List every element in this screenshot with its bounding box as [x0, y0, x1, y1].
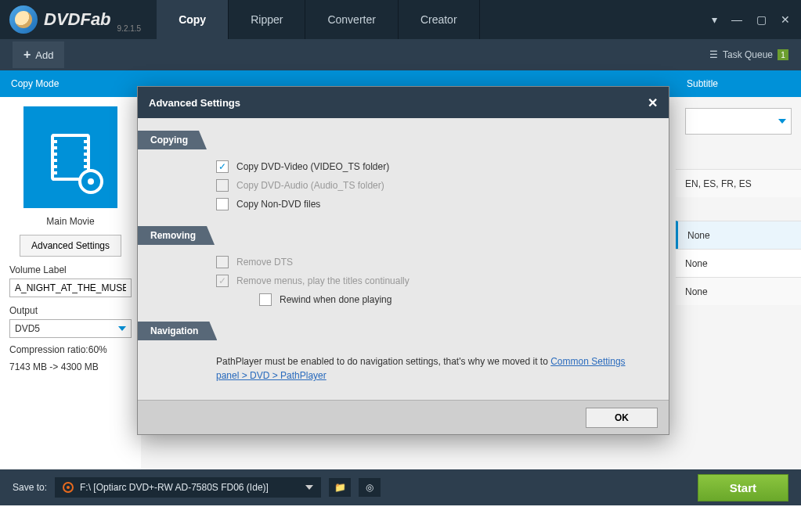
option-label: Remove DTS [236, 257, 293, 268]
maximize-icon[interactable]: ▢ [756, 13, 767, 26]
dialog-header: Advanced Settings ✕ [138, 87, 669, 118]
list-icon: ☰ [709, 49, 718, 60]
minimize-icon[interactable]: — [731, 13, 742, 26]
chevron-down-icon [305, 485, 313, 490]
app-version: 9.2.1.5 [117, 24, 142, 33]
iso-icon[interactable]: ◎ [359, 478, 381, 497]
section-removing: Removing [138, 226, 215, 245]
dialog-body: Copying ✓ Copy DVD-Video (VIDEO_TS folde… [138, 118, 669, 400]
option-remove-menus: ✓ Remove menus, play the titles continua… [138, 271, 669, 290]
subtitle-row[interactable]: None [676, 277, 801, 305]
volume-label-caption: Volume Label [9, 264, 67, 275]
volume-label-input[interactable] [9, 279, 132, 297]
checkbox-disabled-icon [216, 179, 229, 192]
subtitle-column: EN, ES, FR, ES None None None [676, 97, 801, 305]
advanced-settings-dialog: Advanced Settings ✕ Copying ✓ Copy DVD-V… [137, 86, 669, 435]
app-name: DVDFab [44, 9, 111, 30]
option-copy-non-dvd[interactable]: Copy Non-DVD files [138, 195, 669, 214]
tab-ripper[interactable]: Ripper [229, 0, 305, 39]
save-target-select[interactable]: F:\ [Optiarc DVD+-RW AD-7580S FD06 (Ide)… [55, 477, 321, 498]
task-queue-button[interactable]: ☰ Task Queue 1 [709, 49, 788, 60]
tab-copy[interactable]: Copy [157, 0, 229, 39]
toolbar: + Add ☰ Task Queue 1 [0, 39, 801, 70]
queue-badge: 1 [778, 49, 788, 60]
tab-creator[interactable]: Creator [399, 0, 480, 39]
checkbox-checked-icon[interactable]: ✓ [216, 160, 229, 173]
subtitle-row[interactable]: EN, ES, FR, ES [676, 169, 801, 197]
subtitle-row[interactable]: None [676, 221, 801, 249]
section-navigation: Navigation [138, 322, 217, 340]
option-label: Copy DVD-Video (VIDEO_TS folder) [236, 161, 389, 172]
window-controls: ▾ — ▢ ✕ [712, 0, 801, 39]
navigation-message: PathPlayer must be enabled to do navigat… [138, 348, 669, 389]
disc-icon [63, 482, 74, 493]
nav-text-pre: PathPlayer must be enabled to do navigat… [216, 356, 550, 367]
subtitle-dropdown[interactable] [685, 108, 792, 135]
logo-area: DVDFab 9.2.1.5 [0, 0, 150, 39]
left-panel: Main Movie Advanced Settings Volume Labe… [0, 97, 141, 469]
option-rewind[interactable]: Rewind when done playing [138, 290, 669, 309]
option-label: Rewind when done playing [280, 294, 391, 305]
app-logo-icon [9, 5, 38, 34]
header-copy-mode: Copy Mode [0, 78, 141, 89]
dialog-title: Advanced Settings [149, 97, 240, 109]
close-icon[interactable]: ✕ [781, 13, 790, 26]
main-movie-icon[interactable] [23, 106, 117, 208]
checkbox-checked-disabled-icon: ✓ [216, 275, 229, 287]
mode-label: Main Movie [46, 216, 94, 227]
checkbox-icon[interactable] [216, 198, 229, 210]
subtitle-row[interactable]: None [676, 249, 801, 277]
tab-converter[interactable]: Converter [305, 0, 398, 39]
option-label: Copy DVD-Audio (Audio_TS folder) [236, 180, 384, 191]
titlebar: DVDFab 9.2.1.5 Copy Ripper Converter Cre… [0, 0, 801, 39]
output-select[interactable]: DVD5 [9, 319, 132, 338]
task-queue-label: Task Queue [723, 49, 773, 60]
dialog-close-icon[interactable]: ✕ [648, 95, 658, 110]
checkbox-disabled-icon [216, 256, 229, 268]
header-subtitle: Subtitle [676, 78, 801, 89]
dialog-footer: OK [138, 400, 669, 434]
disc-icon [78, 169, 103, 194]
folder-icon[interactable]: 📁 [329, 478, 351, 497]
add-button[interactable]: + Add [13, 41, 64, 68]
ok-button[interactable]: OK [586, 408, 658, 428]
compression-ratio-text: Compression ratio:60% [9, 344, 107, 355]
checkbox-icon[interactable] [259, 293, 272, 306]
option-copy-dvd-audio: Copy DVD-Audio (Audio_TS folder) [138, 176, 669, 195]
plus-icon: + [23, 48, 31, 62]
main-tabs: Copy Ripper Converter Creator [157, 0, 479, 39]
start-button[interactable]: Start [698, 474, 788, 501]
save-target-text: F:\ [Optiarc DVD+-RW AD-7580S FD06 (Ide)… [80, 482, 269, 493]
option-copy-dvd-video[interactable]: ✓ Copy DVD-Video (VIDEO_TS folder) [138, 157, 669, 176]
advanced-settings-button[interactable]: Advanced Settings [20, 235, 121, 257]
section-copying: Copying [138, 131, 207, 149]
chevron-down-icon [118, 326, 126, 331]
save-to-label: Save to: [13, 482, 47, 493]
option-label: Remove menus, play the titles continuall… [236, 275, 410, 286]
add-label: Add [35, 49, 53, 61]
dropdown-menu-icon[interactable]: ▾ [712, 13, 717, 26]
option-remove-dts: Remove DTS [138, 253, 669, 271]
footer: Save to: F:\ [Optiarc DVD+-RW AD-7580S F… [0, 469, 801, 505]
chevron-down-icon [778, 119, 786, 124]
option-label: Copy Non-DVD files [236, 199, 320, 210]
size-text: 7143 MB -> 4300 MB [9, 361, 99, 372]
output-value: DVD5 [15, 323, 40, 334]
output-caption: Output [9, 305, 38, 316]
